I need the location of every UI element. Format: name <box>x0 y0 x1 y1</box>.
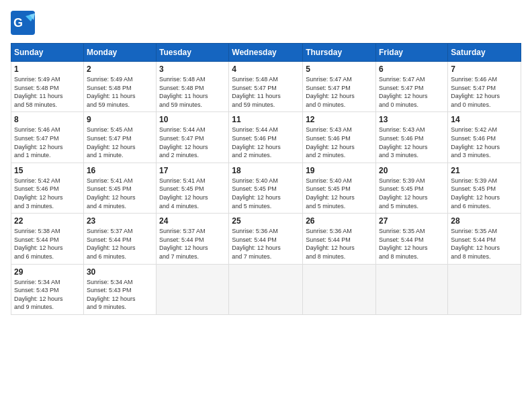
day-number: 9 <box>87 115 153 124</box>
day-number: 19 <box>306 166 373 175</box>
day-info: Sunrise: 5:38 AMSunset: 5:44 PMDaylight:… <box>14 227 81 261</box>
day-number: 23 <box>87 216 153 226</box>
day-info: Sunrise: 5:47 AMSunset: 5:47 PMDaylight:… <box>379 75 445 109</box>
day-number: 29 <box>14 267 81 277</box>
day-number: 8 <box>14 115 81 124</box>
day-cell-17: 17Sunrise: 5:41 AMSunset: 5:45 PMDayligh… <box>157 163 229 213</box>
day-number: 14 <box>451 115 518 124</box>
day-number: 26 <box>306 216 373 226</box>
day-cell-16: 16Sunrise: 5:41 AMSunset: 5:45 PMDayligh… <box>83 163 156 213</box>
day-cell-7: 7Sunrise: 5:46 AMSunset: 5:47 PMDaylight… <box>448 62 521 112</box>
day-info: Sunrise: 5:35 AMSunset: 5:44 PMDaylight:… <box>379 227 445 261</box>
day-number: 28 <box>451 216 518 226</box>
day-number: 30 <box>87 267 153 277</box>
header-thursday: Thursday <box>303 44 376 62</box>
day-cell-19: 19Sunrise: 5:40 AMSunset: 5:45 PMDayligh… <box>303 163 376 213</box>
day-cell-1: 1Sunrise: 5:49 AMSunset: 5:48 PMDaylight… <box>11 62 84 112</box>
day-cell-27: 27Sunrise: 5:35 AMSunset: 5:44 PMDayligh… <box>376 214 448 264</box>
day-info: Sunrise: 5:39 AMSunset: 5:45 PMDaylight:… <box>379 177 445 210</box>
day-info: Sunrise: 5:40 AMSunset: 5:45 PMDaylight:… <box>306 177 373 210</box>
day-info: Sunrise: 5:35 AMSunset: 5:44 PMDaylight:… <box>451 227 518 261</box>
day-info: Sunrise: 5:45 AMSunset: 5:47 PMDaylight:… <box>87 126 153 159</box>
day-info: Sunrise: 5:37 AMSunset: 5:44 PMDaylight:… <box>87 227 153 261</box>
day-info: Sunrise: 5:49 AMSunset: 5:48 PMDaylight:… <box>87 75 153 109</box>
day-cell-25: 25Sunrise: 5:36 AMSunset: 5:44 PMDayligh… <box>229 214 303 264</box>
empty-cell <box>448 264 521 314</box>
day-number: 2 <box>87 64 153 74</box>
week-row-5: 29Sunrise: 5:34 AMSunset: 5:43 PMDayligh… <box>11 264 521 314</box>
day-info: Sunrise: 5:36 AMSunset: 5:44 PMDaylight:… <box>306 227 373 261</box>
day-info: Sunrise: 5:36 AMSunset: 5:44 PMDaylight:… <box>232 227 300 261</box>
week-row-4: 22Sunrise: 5:38 AMSunset: 5:44 PMDayligh… <box>11 214 521 264</box>
header-monday: Monday <box>83 44 156 62</box>
day-cell-13: 13Sunrise: 5:43 AMSunset: 5:46 PMDayligh… <box>376 112 448 163</box>
day-info: Sunrise: 5:47 AMSunset: 5:47 PMDaylight:… <box>306 75 373 109</box>
header-saturday: Saturday <box>448 44 521 62</box>
day-info: Sunrise: 5:43 AMSunset: 5:46 PMDaylight:… <box>306 126 373 159</box>
day-cell-21: 21Sunrise: 5:39 AMSunset: 5:45 PMDayligh… <box>448 163 521 213</box>
day-number: 7 <box>451 64 518 74</box>
header-wednesday: Wednesday <box>229 44 303 62</box>
day-cell-12: 12Sunrise: 5:43 AMSunset: 5:46 PMDayligh… <box>303 112 376 163</box>
header-sunday: Sunday <box>11 44 84 62</box>
day-info: Sunrise: 5:37 AMSunset: 5:44 PMDaylight:… <box>159 227 226 261</box>
header-tuesday: Tuesday <box>157 44 229 62</box>
day-info: Sunrise: 5:48 AMSunset: 5:47 PMDaylight:… <box>232 75 300 109</box>
day-cell-30: 30Sunrise: 5:34 AMSunset: 5:43 PMDayligh… <box>83 264 156 314</box>
day-info: Sunrise: 5:43 AMSunset: 5:46 PMDaylight:… <box>379 126 445 159</box>
day-info: Sunrise: 5:39 AMSunset: 5:45 PMDaylight:… <box>451 177 518 210</box>
day-number: 11 <box>232 115 300 124</box>
logo-icon: G <box>11 11 35 35</box>
empty-cell <box>303 264 376 314</box>
day-cell-5: 5Sunrise: 5:47 AMSunset: 5:47 PMDaylight… <box>303 62 376 112</box>
day-cell-15: 15Sunrise: 5:42 AMSunset: 5:46 PMDayligh… <box>11 163 84 213</box>
day-cell-18: 18Sunrise: 5:40 AMSunset: 5:45 PMDayligh… <box>229 163 303 213</box>
day-info: Sunrise: 5:41 AMSunset: 5:45 PMDaylight:… <box>159 177 226 210</box>
day-number: 24 <box>159 216 226 226</box>
day-info: Sunrise: 5:48 AMSunset: 5:48 PMDaylight:… <box>159 75 226 109</box>
week-row-2: 8Sunrise: 5:46 AMSunset: 5:47 PMDaylight… <box>11 112 521 163</box>
day-cell-28: 28Sunrise: 5:35 AMSunset: 5:44 PMDayligh… <box>448 214 521 264</box>
page-header: G <box>11 11 521 35</box>
day-cell-9: 9Sunrise: 5:45 AMSunset: 5:47 PMDaylight… <box>83 112 156 163</box>
day-info: Sunrise: 5:46 AMSunset: 5:47 PMDaylight:… <box>451 75 518 109</box>
day-info: Sunrise: 5:42 AMSunset: 5:46 PMDaylight:… <box>14 177 81 210</box>
day-cell-20: 20Sunrise: 5:39 AMSunset: 5:45 PMDayligh… <box>376 163 448 213</box>
day-info: Sunrise: 5:49 AMSunset: 5:48 PMDaylight:… <box>14 75 81 109</box>
day-number: 25 <box>232 216 300 226</box>
day-cell-8: 8Sunrise: 5:46 AMSunset: 5:47 PMDaylight… <box>11 112 84 163</box>
week-row-1: 1Sunrise: 5:49 AMSunset: 5:48 PMDaylight… <box>11 62 521 112</box>
day-number: 17 <box>159 166 226 175</box>
day-number: 5 <box>306 64 373 74</box>
calendar-table: SundayMondayTuesdayWednesdayThursdayFrid… <box>11 43 521 315</box>
day-cell-29: 29Sunrise: 5:34 AMSunset: 5:43 PMDayligh… <box>11 264 84 314</box>
day-info: Sunrise: 5:41 AMSunset: 5:45 PMDaylight:… <box>87 177 153 210</box>
day-number: 21 <box>451 166 518 175</box>
day-number: 27 <box>379 216 445 226</box>
day-number: 6 <box>379 64 445 74</box>
day-number: 4 <box>232 64 300 74</box>
day-number: 18 <box>232 166 300 175</box>
day-number: 12 <box>306 115 373 124</box>
day-cell-11: 11Sunrise: 5:44 AMSunset: 5:46 PMDayligh… <box>229 112 303 163</box>
day-number: 13 <box>379 115 445 124</box>
day-number: 16 <box>87 166 153 175</box>
day-cell-3: 3Sunrise: 5:48 AMSunset: 5:48 PMDaylight… <box>157 62 229 112</box>
day-cell-2: 2Sunrise: 5:49 AMSunset: 5:48 PMDaylight… <box>83 62 156 112</box>
svg-text:G: G <box>13 16 23 30</box>
day-cell-22: 22Sunrise: 5:38 AMSunset: 5:44 PMDayligh… <box>11 214 84 264</box>
day-number: 1 <box>14 64 81 74</box>
day-number: 15 <box>14 166 81 175</box>
day-number: 22 <box>14 216 81 226</box>
day-number: 20 <box>379 166 445 175</box>
day-cell-6: 6Sunrise: 5:47 AMSunset: 5:47 PMDaylight… <box>376 62 448 112</box>
week-row-3: 15Sunrise: 5:42 AMSunset: 5:46 PMDayligh… <box>11 163 521 213</box>
day-cell-10: 10Sunrise: 5:44 AMSunset: 5:47 PMDayligh… <box>157 112 229 163</box>
day-info: Sunrise: 5:40 AMSunset: 5:45 PMDaylight:… <box>232 177 300 210</box>
day-cell-4: 4Sunrise: 5:48 AMSunset: 5:47 PMDaylight… <box>229 62 303 112</box>
logo: G <box>11 11 38 35</box>
day-info: Sunrise: 5:34 AMSunset: 5:43 PMDaylight:… <box>87 278 153 312</box>
day-cell-24: 24Sunrise: 5:37 AMSunset: 5:44 PMDayligh… <box>157 214 229 264</box>
day-info: Sunrise: 5:46 AMSunset: 5:47 PMDaylight:… <box>14 126 81 159</box>
empty-cell <box>157 264 229 314</box>
